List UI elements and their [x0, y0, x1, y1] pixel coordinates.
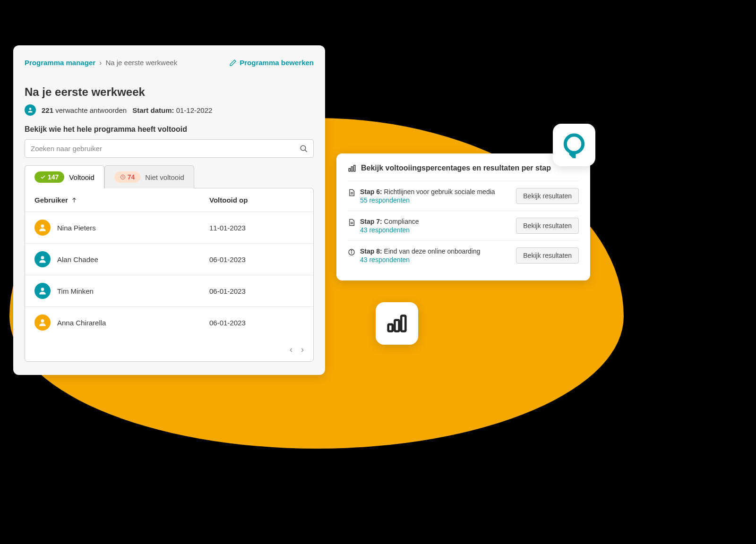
svg-point-0: [301, 145, 306, 151]
view-results-button[interactable]: Bekijk resultaten: [516, 218, 579, 234]
edit-program-link[interactable]: Programma bewerken: [229, 59, 314, 67]
step-row: Stap 7: Compliance 43 respondenten Bekij…: [348, 211, 579, 240]
avatar: [34, 251, 51, 267]
results-header: Bekijk voltooiingspercentages en resulta…: [348, 164, 579, 172]
svg-point-19: [351, 250, 352, 251]
next-page-button[interactable]: ›: [301, 345, 304, 355]
svg-line-1: [305, 150, 307, 152]
table-header: Gebruiker Voltooid op: [25, 188, 313, 212]
tabs: 147 Voltooid 74 Niet voltooid: [25, 165, 314, 188]
search-input[interactable]: [25, 139, 314, 158]
table-row[interactable]: Tim Minken 06-01-2023: [25, 275, 313, 307]
completed-date: 06-01-2023: [209, 255, 304, 264]
breadcrumb-current: Na je eerste werkweek: [105, 59, 177, 67]
start-date-label: Start datum:: [132, 106, 174, 114]
info-icon: [348, 248, 355, 256]
start-date: Start datum: 01-12-2022: [132, 106, 212, 114]
breadcrumb-row: Programma manager › Na je eerste werkwee…: [25, 59, 314, 67]
bar-chart-icon: [348, 164, 356, 172]
pagination: ‹ ›: [25, 338, 313, 361]
col-date-header: Voltooid op: [209, 196, 304, 204]
user-name: Tim Minken: [57, 287, 94, 295]
expected-count: 221: [42, 106, 53, 114]
completed-label: Voltooid: [69, 173, 94, 181]
user-name: Alan Chadee: [57, 255, 98, 264]
chart-icon-card: [376, 302, 418, 345]
avatar: [34, 314, 51, 331]
user-name: Nina Pieters: [57, 224, 96, 232]
breadcrumb-root[interactable]: Programma manager: [25, 59, 95, 67]
svg-line-4: [123, 177, 124, 178]
table-row[interactable]: Anna Chirarella 06-01-2023: [25, 307, 313, 338]
chevron-right-icon: ›: [99, 59, 102, 67]
bar-chart-icon: [387, 313, 407, 334]
brand-logo-card: [553, 124, 595, 166]
expected-label: verwachte antwoorden: [55, 106, 127, 114]
page-title: Na je eerste werkweek: [25, 85, 314, 99]
svg-rect-10: [349, 169, 350, 171]
avatar: [34, 283, 51, 299]
brand-logo-icon: [561, 132, 587, 158]
pencil-icon: [229, 59, 237, 67]
view-results-button[interactable]: Bekijk resultaten: [516, 247, 579, 264]
breadcrumb: Programma manager › Na je eerste werkwee…: [25, 59, 177, 67]
step-title: Stap 8: Eind van deze online onboarding: [360, 247, 481, 255]
avatar: [34, 220, 51, 236]
completed-badge: 147: [34, 171, 64, 183]
step-left: Stap 8: Eind van deze online onboarding …: [348, 247, 516, 264]
svg-point-20: [565, 135, 583, 153]
user-cell: Anna Chirarella: [34, 314, 209, 331]
meta-row: 221 verwachte antwoorden Start datum: 01…: [25, 104, 314, 116]
program-panel: Programma manager › Na je eerste werkwee…: [13, 45, 325, 375]
start-date-value: 01-12-2022: [176, 106, 213, 114]
step-title: Stap 7: Compliance: [360, 218, 419, 225]
step-title: Stap 6: Richtlijnen voor gebruik sociale…: [360, 188, 495, 196]
col-user-label: Gebruiker: [34, 196, 68, 204]
completed-date: 11-01-2023: [209, 224, 304, 232]
tab-not-completed[interactable]: 74 Niet voltooid: [104, 165, 194, 188]
completed-date: 06-01-2023: [209, 319, 304, 327]
svg-rect-23: [401, 316, 405, 332]
prev-page-button[interactable]: ‹: [290, 345, 292, 355]
completed-date: 06-01-2023: [209, 287, 304, 295]
svg-rect-12: [354, 165, 355, 171]
not-completed-badge: 74: [114, 171, 141, 183]
col-user-header[interactable]: Gebruiker: [34, 196, 209, 204]
tab-completed[interactable]: 147 Voltooid: [25, 165, 104, 188]
document-icon: [348, 219, 355, 226]
step-respondents: 43 respondenten: [360, 256, 481, 264]
step-left: Stap 7: Compliance 43 respondenten: [348, 218, 516, 234]
users-icon: [25, 104, 36, 116]
results-header-text: Bekijk voltooiingspercentages en resulta…: [361, 164, 551, 172]
step-row: Stap 6: Richtlijnen voor gebruik sociale…: [348, 181, 579, 211]
completed-count: 147: [48, 173, 59, 181]
step-respondents: 43 respondenten: [360, 226, 419, 234]
user-cell: Alan Chadee: [34, 251, 209, 267]
expected-responses: 221 verwachte antwoorden: [42, 106, 127, 114]
sort-asc-icon: [71, 197, 77, 204]
user-cell: Nina Pieters: [34, 220, 209, 236]
svg-point-6: [41, 224, 44, 228]
svg-rect-11: [352, 167, 353, 171]
not-completed-label: Niet voltooid: [145, 173, 184, 181]
table-row[interactable]: Nina Pieters 11-01-2023: [25, 212, 313, 244]
search-wrap: [25, 139, 314, 158]
view-results-button[interactable]: Bekijk resultaten: [516, 188, 579, 204]
svg-point-9: [41, 319, 44, 323]
user-name: Anna Chirarella: [57, 319, 106, 327]
edit-program-label: Programma bewerken: [240, 59, 314, 67]
step-left: Stap 6: Richtlijnen voor gebruik sociale…: [348, 188, 516, 204]
results-panel: Bekijk voltooiingspercentages en resulta…: [336, 153, 590, 280]
search-icon: [300, 144, 308, 153]
section-subtitle: Bekijk wie het hele programma heeft volt…: [25, 125, 314, 134]
svg-point-7: [41, 256, 44, 259]
step-row: Stap 8: Eind van deze online onboarding …: [348, 240, 579, 270]
step-respondents: 55 respondenten: [360, 196, 495, 204]
svg-rect-21: [388, 324, 393, 332]
table-row[interactable]: Alan Chadee 06-01-2023: [25, 244, 313, 275]
svg-rect-22: [395, 320, 399, 332]
not-completed-count: 74: [128, 173, 135, 181]
document-icon: [348, 189, 355, 196]
svg-point-8: [41, 288, 44, 291]
user-cell: Tim Minken: [34, 283, 209, 299]
